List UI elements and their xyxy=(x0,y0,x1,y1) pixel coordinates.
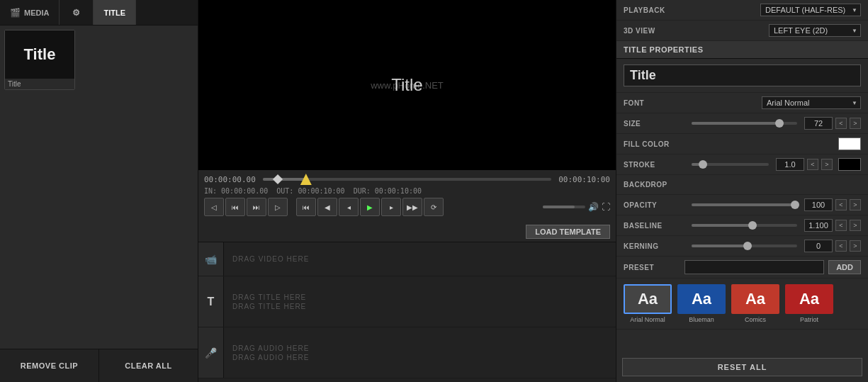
view-row: 3D VIEW LEFT EYE (2D) xyxy=(616,21,868,41)
title-track-content: DRAG TITLE HERE DRAG TITLE HERE xyxy=(224,276,616,327)
baseline-decrease-btn[interactable]: < xyxy=(835,220,847,231)
timecode-start: 00:00:00.00 xyxy=(204,175,256,184)
fast-fwd-button[interactable]: ▸ xyxy=(381,198,401,216)
kerning-decrease-btn[interactable]: < xyxy=(835,240,847,252)
stroke-slider[interactable] xyxy=(692,163,769,166)
kerning-row: KERNING < > xyxy=(616,236,868,257)
title-input-wrap xyxy=(616,59,868,93)
step-back2-button[interactable]: ◂ xyxy=(339,198,359,216)
loop-button[interactable]: ⟳ xyxy=(424,198,444,216)
volume-icon[interactable]: 🔊 xyxy=(588,202,599,212)
mark-in-button[interactable]: ◁ xyxy=(204,198,224,216)
timecode-end: 00:00:10:00 xyxy=(558,175,610,184)
progress-fill xyxy=(263,178,306,181)
remove-clip-button[interactable]: REMOVE CLIP xyxy=(0,349,99,382)
go-end-button[interactable]: ▶▶ xyxy=(402,198,422,216)
size-controls: < > xyxy=(687,117,861,130)
title-track-icon[interactable]: T xyxy=(198,276,224,327)
reset-all-button[interactable]: RESET ALL xyxy=(622,358,862,376)
video-track-icon[interactable]: 📹 xyxy=(198,242,224,276)
tab-title[interactable]: TITLE xyxy=(94,0,136,25)
playback-select[interactable]: DEFAULT (HALF-RES) xyxy=(760,4,861,16)
prev-frame-button[interactable]: ⏮ xyxy=(225,198,245,216)
backdrop-row: BACKDROP xyxy=(616,175,868,195)
opacity-thumb xyxy=(791,201,799,209)
stroke-color-box[interactable] xyxy=(838,158,861,171)
preset-label: PRESET xyxy=(624,264,680,271)
kerning-increase-btn[interactable]: > xyxy=(850,240,861,252)
load-template-button[interactable]: LOAD TEMPLATE xyxy=(526,225,610,239)
opacity-row: OPACITY < > xyxy=(616,195,868,215)
volume-track xyxy=(543,206,585,208)
progress-bar[interactable] xyxy=(263,174,551,184)
media-items: Title Title xyxy=(0,26,198,349)
baseline-thumb xyxy=(748,221,757,230)
baseline-slider[interactable] xyxy=(692,224,797,227)
audio-track-icon[interactable]: 🎤 xyxy=(198,327,224,378)
baseline-label: BASELINE xyxy=(624,222,680,230)
right-panel: PLAYBACK DEFAULT (HALF-RES) 3D VIEW LEFT… xyxy=(616,0,868,382)
opacity-increase-btn[interactable]: > xyxy=(850,199,861,210)
size-increase-btn[interactable]: > xyxy=(850,118,861,129)
title-drag-label-1: DRAG TITLE HERE xyxy=(232,293,616,301)
stroke-label: STROKE xyxy=(624,161,680,169)
kerning-controls: < > xyxy=(687,240,861,252)
baseline-increase-btn[interactable]: > xyxy=(850,220,861,231)
play-button[interactable]: ▶ xyxy=(360,198,380,216)
stroke-increase-btn[interactable]: > xyxy=(821,159,833,170)
view-select[interactable]: LEFT EYE (2D) xyxy=(769,24,861,37)
font-preset-blueman[interactable]: Aa Blueman xyxy=(677,284,726,323)
tab-media[interactable]: 🎬 MEDIA xyxy=(0,0,60,25)
stroke-input[interactable] xyxy=(776,158,804,171)
opacity-decrease-btn[interactable]: < xyxy=(835,199,847,210)
font-select[interactable]: Arial Normal xyxy=(762,96,861,109)
mark-out-button[interactable]: ▷ xyxy=(268,198,288,216)
clear-all-button[interactable]: CLEAR ALL xyxy=(99,349,198,382)
font-preset-comics[interactable]: Aa Comics xyxy=(731,284,779,323)
add-preset-button[interactable]: ADD xyxy=(828,260,861,274)
font-preview-patriot: Aa xyxy=(785,284,833,314)
font-preset-arial[interactable]: Aa Arial Normal xyxy=(624,284,672,323)
video-track: 📹 DRAG VIDEO HERE xyxy=(198,242,616,276)
video-title-text: Title xyxy=(391,75,422,95)
baseline-input[interactable] xyxy=(804,219,833,232)
opacity-fill xyxy=(692,203,792,206)
playback-row: PLAYBACK DEFAULT (HALF-RES) xyxy=(616,0,868,21)
backdrop-label: BACKDROP xyxy=(624,181,680,189)
size-input[interactable] xyxy=(804,117,833,130)
title-text-input[interactable] xyxy=(624,64,861,86)
size-decrease-btn[interactable]: < xyxy=(835,118,847,129)
kerning-input[interactable] xyxy=(804,240,833,252)
font-preview-comics: Aa xyxy=(731,284,779,314)
next-key-button[interactable]: ⏭ xyxy=(247,198,266,216)
font-preset-patriot-label: Patriot xyxy=(800,316,818,323)
font-dropdown[interactable]: Arial Normal xyxy=(762,96,861,109)
font-preset-patriot[interactable]: Aa Patriot xyxy=(785,284,833,323)
playback-label: PLAYBACK xyxy=(624,6,680,14)
audio-track-content: DRAG AUDIO HERE DRAG AUDIO HERE xyxy=(224,327,616,378)
baseline-row: BASELINE < > xyxy=(616,215,868,236)
tab-middle[interactable]: ⚙ xyxy=(60,0,94,25)
volume-controls: 🔊 ⛶ xyxy=(543,202,610,212)
opacity-input[interactable] xyxy=(804,198,833,211)
center-panel: Title www.pHome.NET 00:00:00.00 00:00:10… xyxy=(198,0,616,382)
size-slider[interactable] xyxy=(692,122,797,125)
fill-color-box[interactable] xyxy=(838,137,861,150)
view-dropdown[interactable]: LEFT EYE (2D) xyxy=(769,24,861,37)
fullscreen-icon[interactable]: ⛶ xyxy=(602,202,610,212)
font-label: FONT xyxy=(624,99,680,107)
font-preset-comics-label: Comics xyxy=(745,316,766,323)
stroke-decrease-btn[interactable]: < xyxy=(807,159,818,170)
video-drag-label: DRAG VIDEO HERE xyxy=(232,255,616,263)
font-presets-row: Aa Arial Normal Aa Blueman Aa Comics Aa … xyxy=(616,279,868,330)
kerning-slider[interactable] xyxy=(692,245,797,247)
go-start-button[interactable]: ⏮ xyxy=(296,198,316,216)
timeline: 📹 DRAG VIDEO HERE T DRAG TITLE HERE DRAG… xyxy=(198,242,616,382)
media-card-title[interactable]: Title Title xyxy=(4,30,75,90)
left-panel: 🎬 MEDIA ⚙ TITLE Title Title REMOVE CLIP … xyxy=(0,0,198,382)
opacity-label: OPACITY xyxy=(624,201,680,209)
preset-input[interactable] xyxy=(684,260,824,274)
opacity-slider[interactable] xyxy=(692,203,797,206)
step-back-button[interactable]: ◀ xyxy=(317,198,337,216)
playback-dropdown[interactable]: DEFAULT (HALF-RES) xyxy=(760,4,861,16)
